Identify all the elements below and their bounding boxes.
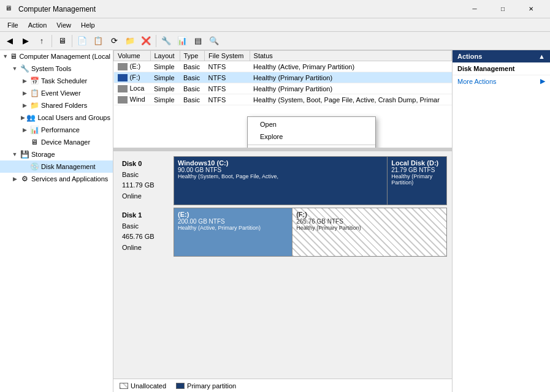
computer-icon: 🖥 [9,51,17,61]
tree-item-system-tools[interactable]: ▼ 🔧 System Tools [0,62,113,75]
toolbar-btn6[interactable]: 🔧 [159,34,174,48]
toolbar-up[interactable]: ↑ [34,34,49,48]
app-icon: 🖥 [5,4,15,14]
expand-icon[interactable]: ▼ [10,66,20,72]
toolbar-forward[interactable]: ▶ [18,34,33,48]
table-row[interactable]: Loca Simple Basic NTFS Healthy (Primary … [114,83,452,94]
disk-table-area: Volume Layout Type File System Status (E… [113,50,452,148]
toolbar-btn9[interactable]: 🔍 [207,34,221,48]
expand-icon[interactable]: ▶ [20,127,29,133]
tree-item-task-scheduler[interactable]: ▶ 📅 Task Scheduler [0,75,113,87]
toolbar-sep-1 [52,35,52,47]
tree-item-device-manager[interactable]: 🖥 Device Manager [0,136,113,148]
toolbar-show-hide[interactable]: 🖥 [55,34,69,48]
expand-icon[interactable]: ▼ [1,53,9,59]
actions-more[interactable]: More Actions ▶ [453,75,550,87]
expand-icon[interactable]: ▶ [20,115,26,121]
toolbar-btn8[interactable]: ▤ [191,34,205,48]
actions-panel: Actions ▲ Disk Management More Actions ▶ [452,50,550,392]
task-scheduler-icon: 📅 [29,76,39,86]
vol-name: Loca [114,83,151,94]
tree-item-performance[interactable]: ▶ 📊 Performance [0,124,113,136]
partition-f-status: Healthy (Primary Partition) [296,225,443,231]
legend-box-unallocated [120,383,128,389]
legend-box-primary [176,383,185,389]
vol-fs: NTFS [205,83,250,94]
actions-header: Actions ▲ [453,50,550,62]
legend-label-unallocated: Unallocated [131,382,166,390]
toolbar-btn1[interactable]: 📄 [75,34,90,48]
close-button[interactable]: ✕ [517,0,545,18]
partition-e-size: 200.00 GB NTFS [178,218,288,225]
partition-d[interactable]: Local Disk (D:) 21.79 GB NTFS Healthy (P… [388,157,446,205]
main-container: ▼ 🖥 Computer Management (Local ▼ 🔧 Syste… [0,50,550,392]
tree-label-performance: Performance [41,126,80,134]
vol-status: Healthy (Active, Primary Partition) [250,61,451,72]
toolbar-btn3[interactable]: ⟳ [107,34,121,48]
expand-icon[interactable]: ▼ [10,151,20,157]
tree-item-computer-management[interactable]: ▼ 🖥 Computer Management (Local [0,50,113,62]
col-type[interactable]: Type [180,51,205,61]
menu-help[interactable]: Help [76,20,100,30]
tree-label-task-scheduler: Task Scheduler [41,77,87,85]
window-controls[interactable]: ─ □ ✕ [460,0,545,18]
partition-c-size: 90.00 GB NTFS [178,167,383,173]
table-row[interactable]: Wind Simple Basic NTFS Healthy (System, … [114,94,452,105]
vol-status: Healthy (Primary Partition) [250,83,451,94]
minimize-button[interactable]: ─ [460,0,489,18]
vol-name: (F:) [114,72,151,83]
disk-0-partitions: Windows10 (C:) 90.00 GB NTFS Healthy (Sy… [174,156,447,205]
actions-collapse-icon[interactable]: ▲ [538,53,545,60]
vol-name: Wind [114,94,151,105]
local-users-icon: 👥 [26,113,36,123]
maximize-button[interactable]: □ [489,0,517,18]
vol-status: Healthy (System, Boot, Page File, Active… [250,94,451,105]
ctx-mark-active: Mark Partition as Active [248,147,375,148]
tree-item-local-users[interactable]: ▶ 👥 Local Users and Groups [0,111,113,124]
ctx-open[interactable]: Open [248,118,375,130]
partition-c[interactable]: Windows10 (C:) 90.00 GB NTFS Healthy (Sy… [174,157,388,205]
vol-type: Basic [180,72,205,83]
more-actions-arrow: ▶ [540,77,545,85]
legend-primary: Primary partition [176,382,236,390]
tree-label-local-users: Local Users and Groups [37,114,110,121]
toolbar-btn4[interactable]: 📁 [123,34,137,48]
col-volume[interactable]: Volume [114,51,151,61]
table-row[interactable]: (E:) Simple Basic NTFS Healthy (Active, … [114,61,452,72]
col-status[interactable]: Status [250,51,451,61]
partition-e[interactable]: (E:) 200.00 GB NTFS Healthy (Active, Pri… [174,208,292,256]
disk-1-partitions: (E:) 200.00 GB NTFS Healthy (Active, Pri… [174,208,447,257]
toolbar-sep-2 [72,35,72,47]
col-layout[interactable]: Layout [150,51,180,61]
menu-action[interactable]: Action [23,20,52,30]
tree-label-shared-folders: Shared Folders [41,102,87,109]
tree-item-event-viewer[interactable]: ▶ 📋 Event Viewer [0,87,113,99]
tree-item-services-apps[interactable]: ▶ ⚙ Services and Applications [0,173,113,185]
event-viewer-icon: 📋 [29,88,39,98]
toolbar-btn5[interactable]: ❌ [139,34,153,48]
toolbar-btn7[interactable]: 📊 [175,34,189,48]
menu-view[interactable]: View [52,20,76,30]
table-row[interactable]: (F:) Simple Basic NTFS Healthy (Primary … [114,72,452,83]
actions-title: Actions [457,53,482,60]
menu-file[interactable]: File [2,20,23,30]
tree-item-shared-folders[interactable]: ▶ 📁 Shared Folders [0,99,113,111]
expand-icon[interactable]: ▶ [20,102,29,108]
partition-f-name: (F:) [296,211,443,218]
tree-item-storage[interactable]: ▼ 💾 Storage [0,148,113,160]
disk-table: Volume Layout Type File System Status (E… [113,50,452,105]
tree-item-disk-management[interactable]: 💿 Disk Management [0,160,113,173]
partition-c-name: Windows10 (C:) [178,159,383,167]
col-filesystem[interactable]: File System [205,51,250,61]
disk-mgmt-icon: 💿 [29,162,39,172]
disk-0-info: Disk 0 Basic 111.79 GB Online [118,156,174,205]
expand-icon[interactable]: ▶ [10,176,20,182]
expand-icon[interactable]: ▶ [20,90,29,96]
ctx-explore[interactable]: Explore [248,130,375,143]
expand-icon[interactable]: ▶ [20,78,29,84]
partition-f[interactable]: (F:) 265.76 GB NTFS Healthy (Primary Par… [292,208,446,256]
toolbar-back[interactable]: ◀ [2,34,17,48]
toolbar-btn2[interactable]: 📋 [91,34,105,48]
legend-unallocated: Unallocated [120,382,166,390]
shared-folders-icon: 📁 [29,100,39,110]
